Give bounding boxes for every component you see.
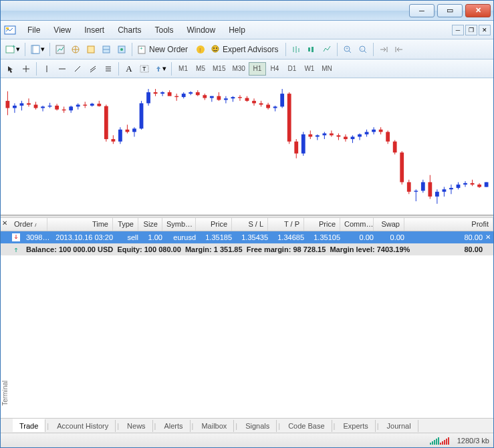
col-size[interactable]: Size — [138, 218, 162, 231]
order-row[interactable]: 3098… 2013.10.16 03:20 sell 1.00 eurusd … — [1, 231, 493, 243]
col-price[interactable]: Price — [196, 218, 232, 231]
svg-rect-138 — [322, 133, 326, 135]
col-swap[interactable]: Swap — [374, 218, 404, 231]
close-button[interactable]: ✕ — [465, 4, 491, 17]
line-chart-button[interactable] — [320, 42, 334, 57]
tab-alerts[interactable]: Alerts — [157, 420, 190, 432]
close-order-button[interactable]: ✕ — [485, 233, 491, 241]
channel-button[interactable] — [86, 62, 100, 76]
svg-rect-152 — [372, 130, 376, 132]
col-type[interactable]: Type — [113, 218, 138, 231]
timeframe-d1[interactable]: D1 — [283, 62, 301, 76]
text-label-button[interactable]: T — [137, 62, 152, 76]
menu-file[interactable]: File — [21, 23, 47, 37]
timeframe-m1[interactable]: M1 — [174, 62, 192, 76]
fibonacci-button[interactable] — [101, 62, 116, 76]
minimize-button[interactable]: ─ — [409, 4, 435, 17]
mdi-restore-button[interactable]: ❐ — [465, 25, 477, 35]
drawing-toolbar: A T ▾ M1M5M15M30H1H4D1W1MN — [1, 60, 493, 78]
svg-rect-0 — [5, 26, 15, 34]
svg-rect-184 — [485, 182, 489, 187]
tab-experts[interactable]: Experts — [336, 420, 375, 432]
svg-rect-162 — [407, 182, 411, 191]
svg-rect-26 — [312, 47, 314, 52]
tab-code-base[interactable]: Code Base — [281, 420, 332, 432]
trendline-button[interactable] — [70, 62, 85, 76]
timeframe-h1[interactable]: H1 — [249, 62, 266, 76]
svg-rect-1 — [6, 27, 9, 29]
svg-rect-118 — [252, 101, 256, 104]
col-order[interactable]: Order / — [10, 218, 47, 231]
timeframe-m15[interactable]: M15 — [209, 62, 229, 76]
titlebar[interactable]: ─ ▭ ✕ — [1, 1, 493, 21]
svg-rect-5 — [33, 45, 39, 53]
candle-chart-button[interactable] — [304, 42, 319, 57]
chart-area[interactable] — [1, 78, 493, 215]
col-sl[interactable]: S / L — [232, 218, 268, 231]
timeframe-m30[interactable]: M30 — [229, 62, 248, 76]
data-window-button[interactable] — [84, 42, 98, 57]
timeframe-m5[interactable]: M5 — [192, 62, 209, 76]
menu-view[interactable]: View — [47, 23, 78, 37]
strategy-tester-button[interactable] — [114, 42, 129, 57]
menu-window[interactable]: Window — [180, 23, 223, 37]
market-watch-button[interactable] — [53, 42, 68, 57]
svg-rect-146 — [351, 136, 355, 139]
new-order-button[interactable]: + New Order — [135, 42, 193, 57]
timeframe-w1[interactable]: W1 — [301, 62, 318, 76]
svg-rect-148 — [358, 134, 362, 137]
col-symbol[interactable]: Symb… — [162, 218, 196, 231]
chart-shift-button[interactable] — [392, 42, 406, 57]
svg-rect-122 — [266, 105, 270, 108]
horizontal-line-button[interactable] — [55, 62, 70, 76]
terminal-button[interactable] — [99, 42, 114, 57]
svg-rect-156 — [386, 132, 390, 141]
svg-rect-88 — [146, 92, 150, 103]
mdi-close-button[interactable]: ✕ — [479, 25, 491, 35]
text-button[interactable]: A — [122, 62, 136, 76]
terminal-body: 3098… 2013.10.16 03:20 sell 1.00 eurusd … — [1, 231, 493, 418]
menu-insert[interactable]: Insert — [78, 23, 111, 37]
timeframe-mn[interactable]: MN — [318, 62, 336, 76]
vertical-line-button[interactable] — [39, 62, 54, 76]
new-chart-button[interactable]: +▾ — [3, 42, 22, 57]
mdi-minimize-button[interactable]: ─ — [452, 25, 464, 35]
bar-chart-button[interactable] — [289, 42, 303, 57]
svg-rect-168 — [428, 182, 432, 196]
col-time[interactable]: Time — [47, 218, 113, 231]
auto-scroll-button[interactable] — [376, 42, 391, 57]
connection-indicator[interactable] — [430, 437, 449, 445]
zoom-in-button[interactable]: + — [340, 42, 355, 57]
navigator-button[interactable] — [68, 42, 83, 57]
svg-rect-66 — [69, 106, 73, 110]
col-comm[interactable]: Comm… — [340, 218, 374, 231]
terminal-close-button[interactable]: ✕ — [2, 219, 9, 226]
timeframe-h4[interactable]: H4 — [266, 62, 283, 76]
col-profit[interactable]: Profit — [404, 218, 493, 231]
svg-rect-60 — [48, 106, 52, 106]
tab-signals[interactable]: Signals — [239, 420, 277, 432]
menu-charts[interactable]: Charts — [111, 23, 148, 37]
maximize-button[interactable]: ▭ — [437, 4, 463, 17]
metaeditor-button[interactable]: ! — [193, 42, 208, 57]
svg-rect-68 — [76, 105, 80, 107]
tab-account-history[interactable]: Account History — [50, 420, 116, 432]
menu-tools[interactable]: Tools — [148, 23, 180, 37]
arrows-button[interactable]: ▾ — [152, 62, 168, 76]
cursor-button[interactable] — [3, 62, 18, 76]
crosshair-button[interactable] — [19, 62, 33, 76]
svg-rect-25 — [308, 47, 310, 51]
profiles-button[interactable]: ▾ — [28, 42, 47, 57]
expert-advisors-button[interactable]: Expert Advisors — [209, 42, 283, 57]
col-price2[interactable]: Price — [304, 218, 340, 231]
col-tp[interactable]: T / P — [268, 218, 304, 231]
menu-help[interactable]: Help — [222, 23, 252, 37]
zoom-out-button[interactable]: - — [356, 42, 370, 57]
tab-mailbox[interactable]: Mailbox — [195, 420, 234, 432]
svg-rect-58 — [41, 106, 45, 108]
tab-news[interactable]: News — [120, 420, 153, 432]
tab-trade[interactable]: Trade — [13, 419, 45, 432]
svg-rect-136 — [316, 135, 320, 136]
tab-journal[interactable]: Journal — [380, 420, 418, 432]
svg-rect-74 — [97, 104, 101, 106]
